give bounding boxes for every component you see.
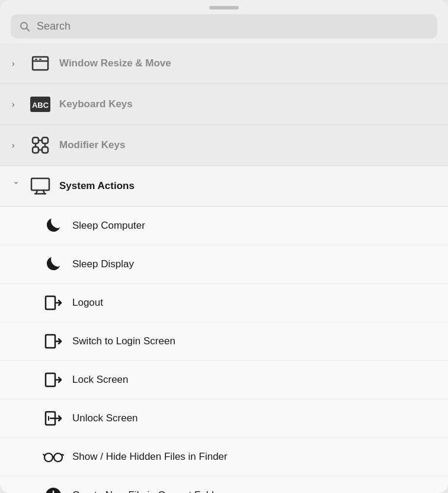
list-item-sleep-display[interactable]: Sleep Display <box>0 245 448 284</box>
category-row-window-resize[interactable]: › Window Resize & Move <box>0 43 448 84</box>
svg-point-29 <box>44 453 53 462</box>
system-actions-items: Sleep Computer Sleep Display <box>0 207 448 493</box>
chevron-icon-keyboard: › <box>12 100 21 109</box>
svg-line-1 <box>27 28 30 31</box>
list-container[interactable]: › Window Resize & Move › ABC Keyboard <box>0 43 448 493</box>
list-item-hidden-files[interactable]: Show / Hide Hidden Files in Finder <box>0 438 448 476</box>
label-lock-screen: Lock Screen <box>72 374 129 386</box>
list-item-unlock-screen[interactable]: Unlock Screen <box>0 399 448 438</box>
label-sleep-computer: Sleep Computer <box>72 220 145 232</box>
svg-line-33 <box>62 454 63 455</box>
svg-rect-9 <box>42 137 48 143</box>
svg-rect-8 <box>33 137 39 143</box>
label-hidden-files: Show / Hide Hidden Files in Finder <box>72 451 228 463</box>
monitor-icon <box>30 175 51 197</box>
handle-bar <box>209 6 239 9</box>
svg-rect-4 <box>35 59 37 60</box>
category-label-system: System Actions <box>59 180 135 192</box>
svg-point-30 <box>54 453 62 462</box>
category-row-system-actions[interactable]: › System Actions <box>0 166 448 207</box>
category-label-keyboard: Keyboard Keys <box>59 98 133 110</box>
svg-rect-24 <box>46 373 55 386</box>
svg-rect-10 <box>33 147 39 153</box>
label-switch-login: Switch to Login Screen <box>72 335 175 347</box>
search-input[interactable] <box>37 20 429 33</box>
search-icon <box>19 21 31 33</box>
category-row-keyboard-keys[interactable]: › ABC Keyboard Keys <box>0 84 448 125</box>
svg-line-32 <box>43 454 44 455</box>
moon-icon-display <box>43 254 64 275</box>
svg-rect-5 <box>39 59 41 60</box>
label-logout: Logout <box>72 297 103 309</box>
list-item-create-file[interactable]: Create New File in Current Folder <box>0 476 448 493</box>
logout-icon <box>43 292 64 313</box>
chevron-icon-system: › <box>12 181 21 191</box>
top-handle <box>0 0 448 11</box>
category-label-modifier: Modifier Keys <box>59 139 125 151</box>
moon-icon-sleep <box>43 215 64 236</box>
list-item-switch-login[interactable]: Switch to Login Screen <box>0 322 448 361</box>
abc-icon: ABC <box>30 94 51 115</box>
switch-login-icon <box>43 331 64 352</box>
list-item-logout[interactable]: Logout <box>0 284 448 322</box>
glasses-icon <box>43 446 64 468</box>
svg-rect-22 <box>46 335 55 348</box>
svg-rect-11 <box>42 147 48 153</box>
label-create-file: Create New File in Current Folder <box>72 489 223 493</box>
lock-icon <box>43 369 64 390</box>
label-sleep-display: Sleep Display <box>72 258 134 270</box>
window-icon <box>30 53 51 74</box>
unlock-icon <box>43 408 64 429</box>
svg-text:ABC: ABC <box>32 101 49 110</box>
add-circle-icon <box>43 485 64 493</box>
category-label-window-resize: Window Resize & Move <box>59 57 171 69</box>
svg-rect-20 <box>46 296 55 309</box>
svg-rect-16 <box>31 178 49 190</box>
label-unlock-screen: Unlock Screen <box>72 412 138 424</box>
search-bar[interactable] <box>11 14 437 39</box>
list-item-lock-screen[interactable]: Lock Screen <box>0 361 448 399</box>
modifier-icon <box>30 135 51 156</box>
main-container: › Window Resize & Move › ABC Keyboard <box>0 0 448 493</box>
chevron-icon-window: › <box>12 59 21 68</box>
list-item-sleep-computer[interactable]: Sleep Computer <box>0 207 448 245</box>
chevron-icon-modifier: › <box>12 140 21 150</box>
category-row-modifier-keys[interactable]: › Modifier Keys <box>0 125 448 166</box>
